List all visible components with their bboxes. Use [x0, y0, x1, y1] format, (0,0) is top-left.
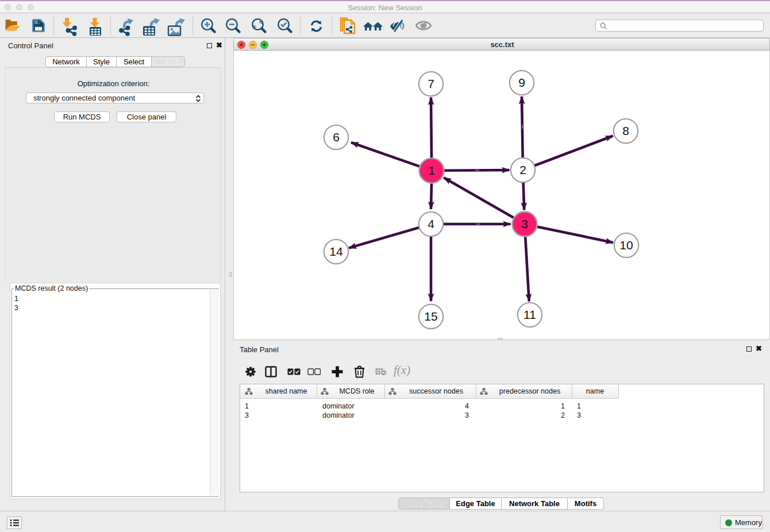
svg-text:3: 3: [521, 217, 528, 230]
svg-text:11: 11: [523, 308, 536, 321]
svg-text:10: 10: [619, 238, 633, 252]
svg-text:6: 6: [333, 130, 340, 144]
svg-text:8: 8: [622, 124, 629, 137]
svg-text:9: 9: [518, 76, 525, 89]
svg-text:7: 7: [428, 77, 434, 90]
svg-text:14: 14: [329, 245, 343, 258]
svg-text:4: 4: [428, 217, 434, 230]
svg-text:15: 15: [424, 310, 437, 323]
svg-text:1: 1: [428, 164, 435, 177]
svg-text:2: 2: [519, 163, 526, 176]
